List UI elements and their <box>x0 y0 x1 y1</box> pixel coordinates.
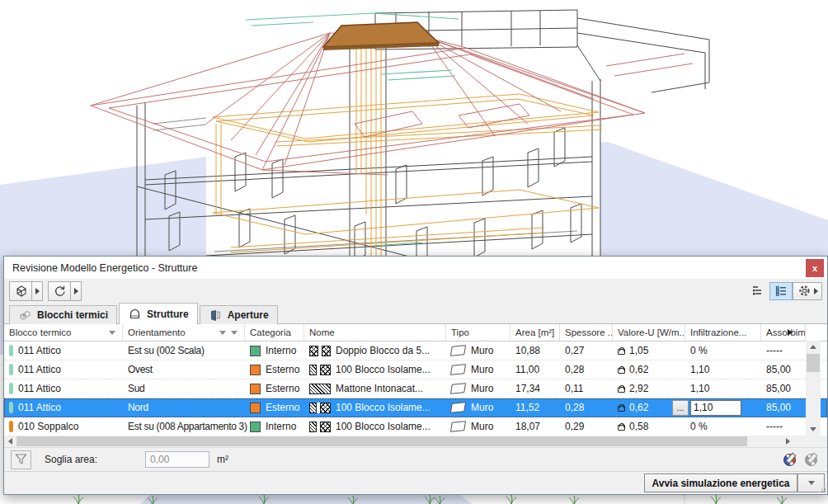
wall-type-icon <box>450 345 466 356</box>
lock-icon <box>618 404 625 412</box>
model-view-dropdown[interactable] <box>32 281 43 301</box>
area-threshold-label: Soglia area: <box>45 454 97 465</box>
tree-view-icon <box>751 284 765 298</box>
table-row[interactable]: 011 Attico Est su (002 Scala) Interno Do… <box>4 341 827 360</box>
tab-label: Strutture <box>147 309 189 320</box>
tree-view-button[interactable] <box>746 282 769 300</box>
vertical-scrollbar[interactable] <box>806 341 821 436</box>
list-view-button[interactable] <box>769 282 793 300</box>
refresh-icon <box>53 284 67 298</box>
dropdown-arrow-icon <box>814 288 818 294</box>
thermal-blocks-icon <box>18 309 32 323</box>
dialog-titlebar[interactable]: Revisione Modello Energetico - Strutture… <box>4 257 827 279</box>
wall-type-icon <box>450 383 466 393</box>
dropdown-arrow-icon <box>74 288 78 294</box>
wall-type-icon <box>450 364 466 374</box>
infiltration-edit-field[interactable] <box>690 400 741 416</box>
horizontal-scrollbar[interactable] <box>4 436 794 447</box>
category-swatch <box>250 403 261 413</box>
resize-grip[interactable] <box>819 486 826 492</box>
thermal-block-marker <box>9 345 13 356</box>
lock-icon <box>618 385 625 393</box>
thermal-block-marker <box>9 421 13 432</box>
energy-review-dialog: Revisione Modello Energetico - Strutture… <box>3 256 828 495</box>
scroll-left-button[interactable] <box>4 436 16 447</box>
scroll-up-icon <box>810 345 816 349</box>
infiltration-options-button[interactable]: ... <box>672 400 689 416</box>
list-view-icon <box>774 284 788 298</box>
scroll-right-icon <box>786 438 790 445</box>
tab-bar: Blocchi termici Strutture Aperture <box>4 303 827 324</box>
tab-label: Blocchi termici <box>37 309 108 321</box>
table-row[interactable]: 010 Soppalco Est su (008 Appartamento 3)… <box>4 417 827 436</box>
dialog-toolbar <box>4 279 827 303</box>
lock-icon <box>618 423 625 431</box>
3d-cube-icon <box>14 284 28 298</box>
model-view-button[interactable] <box>9 281 32 301</box>
openings-icon <box>209 309 223 323</box>
scroll-down-button[interactable] <box>806 423 821 436</box>
insulated-block-hatch-icon <box>309 422 331 432</box>
area-unit-label: m² <box>217 454 228 465</box>
col-header-assorbimento[interactable]: Assorbimer <box>761 324 806 341</box>
col-header-orientamento[interactable]: Orientamento <box>123 324 245 341</box>
col-header-categoria[interactable]: Categoria <box>245 324 304 341</box>
vertical-scroll-thumb[interactable] <box>807 354 820 372</box>
col-header-spessore[interactable]: Spessore ... <box>560 324 613 341</box>
col-header-area[interactable]: Area [m²] <box>510 324 560 341</box>
category-swatch <box>250 422 261 432</box>
close-icon: x <box>812 263 817 273</box>
lock-icon <box>618 347 625 355</box>
edit-chart-disabled-button[interactable] <box>802 451 821 469</box>
category-swatch <box>250 365 261 375</box>
area-threshold-input[interactable] <box>145 451 209 468</box>
table-row-selected[interactable]: 011 Attico Nord Esterno 100 Blocco Isola… <box>4 398 827 417</box>
run-energy-simulation-button[interactable]: Avvia simulazione energetica <box>644 473 797 492</box>
filter-button[interactable] <box>11 450 31 469</box>
col-header-infiltrazione[interactable]: Infiltrazione... <box>685 324 761 341</box>
scroll-up-button[interactable] <box>806 341 821 353</box>
thermal-block-marker <box>9 402 13 413</box>
sort-desc-icon <box>109 331 115 335</box>
col-header-nome[interactable]: Nome <box>304 324 446 341</box>
category-swatch <box>250 384 261 394</box>
bottom-bar: Avvia simulazione energetica <box>4 471 827 494</box>
col-header-tipo[interactable]: Tipo <box>446 324 510 341</box>
col-header-blocco-termico[interactable]: Blocco termico <box>4 324 123 341</box>
dialog-title: Revisione Modello Energetico - Strutture <box>12 262 197 274</box>
sort-desc-icon <box>231 331 238 335</box>
more-columns-icon <box>788 329 793 336</box>
gear-icon <box>797 284 812 298</box>
lock-icon <box>618 366 625 374</box>
structures-table: Blocco termico Orientamento Categoria No… <box>4 324 827 448</box>
horizontal-scroll-thumb[interactable] <box>16 436 747 446</box>
application-screen: Revisione Modello Energetico - Strutture… <box>0 0 828 504</box>
scroll-right-button[interactable] <box>782 436 794 447</box>
thermal-block-marker <box>9 383 13 394</box>
tab-strutture[interactable]: Strutture <box>119 303 198 324</box>
insulated-block-hatch-icon <box>309 365 331 375</box>
tab-blocchi-termici[interactable]: Blocchi termici <box>9 305 117 324</box>
structures-icon <box>128 307 142 321</box>
filter-bar: Soglia area: m² <box>4 448 827 471</box>
table-row[interactable]: 011 Attico Ovest Esterno 100 Blocco Isol… <box>4 360 827 379</box>
refresh-dropdown[interactable] <box>71 281 82 301</box>
tab-label: Aperture <box>228 309 269 321</box>
double-block-hatch-icon <box>309 346 331 356</box>
scrollbar-corner <box>794 436 827 447</box>
dropdown-arrow-icon <box>808 481 815 485</box>
col-header-valore-u[interactable]: Valore-U [W/m... <box>613 324 685 341</box>
edit-chart-button[interactable] <box>780 451 799 469</box>
refresh-button[interactable] <box>48 281 71 301</box>
brick-hatch-icon <box>309 384 331 394</box>
close-button[interactable]: x <box>806 259 824 277</box>
table-header-row: Blocco termico Orientamento Categoria No… <box>4 324 827 341</box>
funnel-icon <box>15 454 27 465</box>
tab-aperture[interactable]: Aperture <box>200 305 278 324</box>
thermal-block-marker <box>9 364 13 375</box>
table-row[interactable]: 011 Attico Sud Esterno Mattone Intonacat… <box>4 379 827 398</box>
insulated-block-hatch-icon <box>309 403 331 413</box>
dropdown-arrow-icon <box>35 288 40 294</box>
settings-button[interactable] <box>793 282 822 300</box>
category-swatch <box>250 346 261 356</box>
